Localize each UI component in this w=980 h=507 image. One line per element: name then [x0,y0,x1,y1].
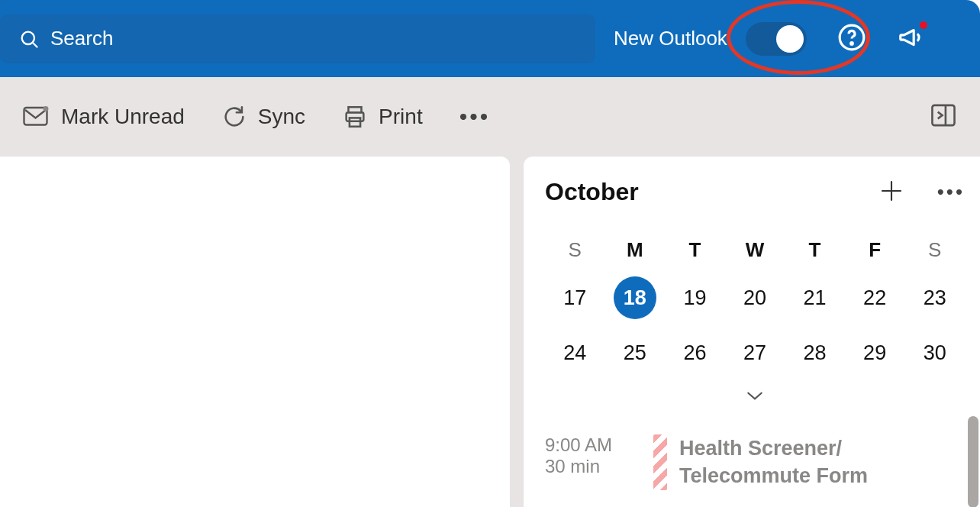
calendar-day[interactable]: 19 [665,279,725,317]
dow-cell: M [605,238,666,262]
calendar-week-row: 17 18 19 20 21 22 23 [545,279,965,317]
sync-button[interactable]: Sync [221,104,305,130]
calendar-day[interactable]: 17 [545,279,605,317]
event-duration: 30 min [545,456,641,477]
calendar-grid: S M T W T F S 17 18 19 20 21 22 23 24 25… [545,238,965,405]
body-area: October ••• S M T W T F S 17 18 19 [0,157,980,507]
action-toolbar: Mark Unread Sync Print ••• [0,77,980,157]
new-outlook-group: New Outlook [614,22,807,56]
dow-cell: T [665,238,725,262]
reading-pane [0,157,510,507]
event-time-block: 9:00 AM 30 min [545,434,641,490]
calendar-month-title: October [545,178,639,206]
new-outlook-toggle[interactable] [746,22,807,56]
add-event-button[interactable] [879,179,904,206]
event-time: 9:00 AM [545,434,641,456]
envelope-icon [23,105,50,128]
calendar-day[interactable]: 20 [725,279,785,317]
more-actions-button[interactable]: ••• [459,104,491,130]
calendar-day[interactable]: 21 [785,279,845,317]
event-title: Health Screener/ Telecommute Form [679,434,868,490]
search-icon [18,28,40,50]
calendar-more-button[interactable]: ••• [937,180,965,204]
svg-point-3 [851,42,853,44]
sync-icon [221,104,247,130]
notification-dot [920,21,927,29]
dow-cell: T [785,238,845,262]
calendar-day[interactable]: 26 [665,334,725,372]
dow-cell: S [904,238,965,262]
svg-rect-4 [24,108,47,125]
calendar-header: October ••• [545,178,965,206]
mark-unread-button[interactable]: Mark Unread [23,105,185,129]
megaphone-icon[interactable] [897,23,926,55]
calendar-event[interactable]: 9:00 AM 30 min Health Screener/ Telecomm… [545,427,965,490]
collapse-panel-button[interactable] [930,103,957,131]
search-placeholder: Search [50,27,113,50]
event-category-bar [653,434,667,490]
collapse-icon [930,103,957,128]
svg-rect-8 [350,118,360,126]
chevron-down-icon [745,389,765,402]
scrollbar[interactable] [968,416,978,507]
plus-icon [879,179,904,203]
print-icon [342,104,368,130]
dow-cell: W [725,238,785,262]
calendar-day[interactable]: 29 [845,334,905,372]
calendar-day[interactable]: 30 [904,334,965,372]
dow-cell: F [845,238,905,262]
calendar-dow-row: S M T W T F S [545,238,965,262]
new-outlook-label: New Outlook [614,27,727,50]
calendar-pane: October ••• S M T W T F S 17 18 19 [524,157,980,507]
calendar-day[interactable]: 22 [845,279,905,317]
toggle-knob [776,25,804,53]
calendar-day[interactable]: 28 [785,334,845,372]
help-icon[interactable] [837,23,866,55]
sync-label: Sync [258,105,305,129]
calendar-day-selected[interactable]: 18 [605,279,666,317]
dow-cell: S [545,238,605,262]
print-button[interactable]: Print [342,104,423,130]
mark-unread-label: Mark Unread [61,105,185,129]
calendar-day[interactable]: 23 [904,279,965,317]
calendar-day[interactable]: 27 [725,334,785,372]
svg-point-5 [44,106,49,111]
print-label: Print [379,105,423,129]
expand-calendar-button[interactable] [545,389,965,405]
top-bar: Search New Outlook [0,0,980,77]
calendar-week-row: 24 25 26 27 28 29 30 [545,334,965,372]
svg-line-1 [33,43,37,47]
calendar-day[interactable]: 25 [605,334,666,372]
calendar-day[interactable]: 24 [545,334,605,372]
search-box[interactable]: Search [0,15,595,63]
